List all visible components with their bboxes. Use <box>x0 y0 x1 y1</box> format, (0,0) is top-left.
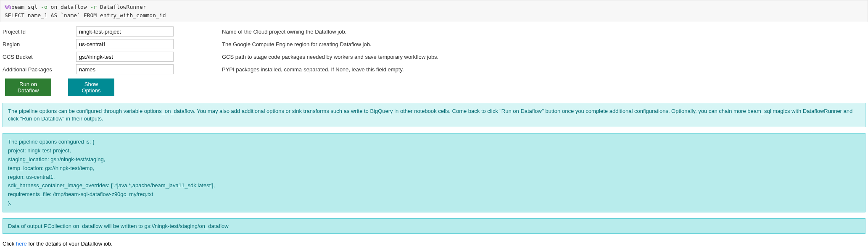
desc-additional-packages: PYPI packages installed, comma-separated… <box>222 66 404 73</box>
magic-prefix: %% <box>5 4 11 10</box>
flag-r: -r <box>90 4 97 10</box>
sql-line: SELECT name_1 AS `name` FROM entry_with_… <box>5 12 166 18</box>
footer-prefix: Click <box>3 241 16 246</box>
magic-name: beam_sql <box>11 4 38 10</box>
input-region[interactable] <box>76 39 174 49</box>
form-area: Project Id Name of the Cloud project own… <box>0 22 868 99</box>
flag-o: -o <box>41 4 47 10</box>
row-additional-packages: Additional Packages PYPI packages instal… <box>3 64 865 74</box>
row-project-id: Project Id Name of the Cloud project own… <box>3 26 865 37</box>
button-row: Run on Dataflow Show Options <box>3 79 865 96</box>
input-gcs-bucket[interactable] <box>76 52 174 62</box>
arg-r: DataflowRunner <box>100 4 146 10</box>
desc-region: The Google Compute Engine region for cre… <box>222 41 372 47</box>
desc-gcs-bucket: GCS path to stage code packages needed b… <box>222 54 438 60</box>
input-additional-packages[interactable] <box>76 64 174 74</box>
desc-project-id: Name of the Cloud project owning the Dat… <box>222 29 346 35</box>
arg-o: on_dataflow <box>51 4 87 10</box>
label-gcs-bucket: GCS Bucket <box>3 54 76 60</box>
config-dump-box: The pipeline options configured is: { pr… <box>3 133 865 212</box>
show-options-button[interactable]: Show Options <box>68 79 114 96</box>
row-region: Region The Google Compute Engine region … <box>3 39 865 49</box>
dataflow-job-link[interactable]: here <box>16 241 27 246</box>
code-cell: %%beam_sql -o on_dataflow -r DataflowRun… <box>0 0 868 22</box>
footer-line: Click here for the details of your Dataf… <box>0 237 868 246</box>
row-gcs-bucket: GCS Bucket GCS path to stage code packag… <box>3 52 865 62</box>
run-on-dataflow-button[interactable]: Run on Dataflow <box>5 79 51 96</box>
footer-suffix: for the details of your Dataflow job. <box>27 241 113 246</box>
label-project-id: Project Id <box>3 29 76 35</box>
input-project-id[interactable] <box>76 26 174 37</box>
options-info-box: The pipeline options can be configured t… <box>3 103 865 127</box>
label-region: Region <box>3 41 76 47</box>
output-location-box: Data of output PCollection on_dataflow w… <box>3 218 865 234</box>
label-additional-packages: Additional Packages <box>3 66 76 73</box>
